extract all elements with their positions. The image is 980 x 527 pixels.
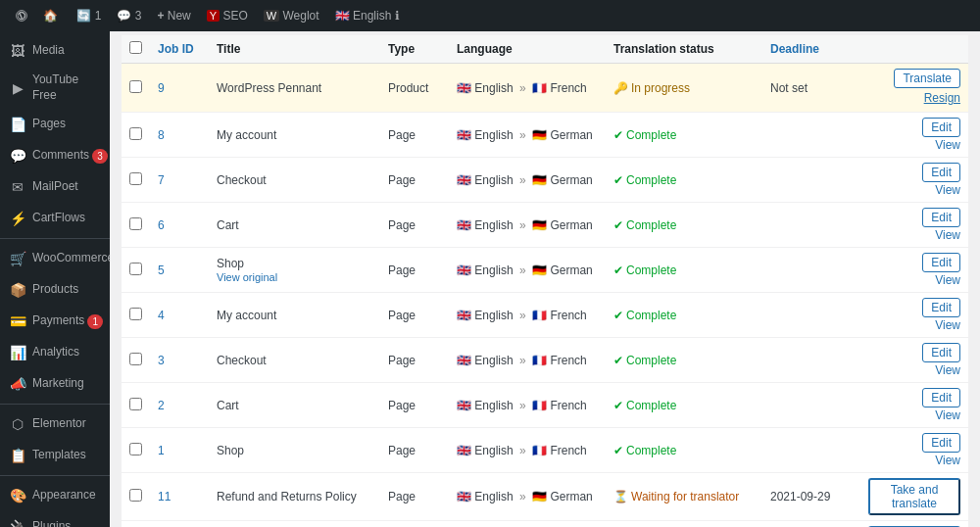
sidebar-item-payments[interactable]: 💳 Payments 1 [0,306,110,337]
adminbar-new[interactable]: + New [149,0,198,31]
sidebar-item-marketing[interactable]: 📣 Marketing [0,368,110,400]
row-checkbox[interactable] [129,308,142,320]
job-id-link[interactable]: 1 [158,444,165,457]
lang-arrow: » [519,173,526,187]
separator-2 [0,404,110,405]
sidebar-item-woocommerce[interactable]: 🛒 WooCommerce [0,243,110,274]
row-checkbox[interactable] [129,353,142,365]
row-checkbox[interactable] [129,172,142,185]
job-title: Cart [217,399,239,412]
edit-button[interactable]: Edit [922,388,960,407]
status-badge: ⏳Waiting for translator [613,490,739,503]
status-icon: ✔ [613,399,623,412]
sidebar-item-products[interactable]: 📦 Products [0,274,110,306]
job-id-link[interactable]: 2 [158,399,165,412]
edit-button[interactable]: Edit [922,163,960,182]
lang-from-flag: 🇬🇧 [457,354,471,367]
comments-icon: 💬 [117,9,131,23]
sidebar-item-elementor[interactable]: ⬡ Elementor [0,408,110,440]
status-badge: ✔Complete [613,354,676,367]
adminbar-weglot[interactable]: W Weglot [256,0,327,31]
status-icon: ✔ [613,218,623,232]
sidebar-item-pages[interactable]: 📄 Pages [0,109,110,140]
edit-button[interactable]: Edit [922,298,960,317]
job-id-link[interactable]: 3 [158,354,165,367]
weglot-icon: W [264,10,279,22]
table-row: 3CheckoutPage🇬🇧 English » 🇫🇷 French✔Comp… [122,338,968,383]
sidebar-item-cartflows[interactable]: ⚡ CartFlows [0,203,110,234]
row-checkbox[interactable] [129,398,142,410]
lang-from: English [474,354,513,367]
sidebar-item-appearance[interactable]: 🎨 Appearance [0,480,110,511]
payments-icon: 💳 [8,311,27,331]
lang-to-flag: 🇩🇪 [532,264,547,277]
sidebar-item-plugins[interactable]: 🔌 Plugins [0,511,110,527]
job-id-link[interactable]: 8 [158,128,165,142]
sidebar-item-comments[interactable]: 💬 Comments 3 [0,140,110,171]
job-type: Page [388,264,416,277]
job-id-link[interactable]: 11 [158,490,171,503]
col-id-header[interactable]: Job ID [150,35,209,64]
job-type: Page [388,490,416,503]
job-id-link[interactable]: 6 [158,218,165,232]
adminbar-yoast[interactable]: Y SEO [199,0,256,31]
pages-icon: 📄 [8,115,27,134]
sidebar-item-analytics[interactable]: 📊 Analytics [0,337,110,368]
job-id-link[interactable]: 9 [158,81,165,95]
main-content: Job ID Title Type Language Translation s… [110,31,980,527]
take-translate-button[interactable]: Take and translate [868,478,960,515]
edit-button[interactable]: Edit [922,208,960,227]
status-icon: ✔ [613,128,623,142]
lang-arrow: » [519,490,526,503]
action-group: Edit View [868,388,960,422]
sidebar-item-templates[interactable]: 📋 Templates [0,440,110,471]
edit-button[interactable]: Edit [922,343,960,362]
lang-to-flag: 🇩🇪 [532,218,547,232]
job-id-link[interactable]: 4 [158,309,165,322]
view-link[interactable]: View [935,363,960,377]
sidebar-item-mailpoet[interactable]: ✉ MailPoet [0,171,110,203]
table-row: 10Refund and Returns PolicyPage🇬🇧 Englis… [122,521,968,528]
edit-button[interactable]: Edit [922,118,960,137]
sidebar: 🖼 Media ▶ YouTube Free 📄 Pages 💬 Comment… [0,31,110,527]
row-checkbox[interactable] [129,217,142,230]
view-original-link[interactable]: View original [217,271,277,283]
col-lang-header: Language [449,35,606,64]
row-checkbox[interactable] [129,263,142,275]
status-badge: ✔Complete [613,128,676,142]
media-icon: 🖼 [8,41,27,61]
view-link[interactable]: View [935,138,960,152]
row-checkbox[interactable] [129,489,142,502]
view-link[interactable]: View [935,228,960,242]
adminbar-comments[interactable]: 💬 3 [109,0,149,31]
view-link[interactable]: View [935,273,960,287]
adminbar-site[interactable]: 🏠 [35,0,69,31]
row-checkbox[interactable] [129,127,142,140]
translate-button[interactable]: Translate [894,69,960,88]
job-id-link[interactable]: 7 [158,173,165,187]
adminbar-english[interactable]: 🇬🇧 English ℹ [327,0,408,31]
view-link[interactable]: View [935,408,960,422]
status-icon: 🔑 [613,81,628,95]
view-link[interactable]: View [935,454,960,467]
view-link[interactable]: View [935,183,960,197]
view-link[interactable]: View [935,318,960,332]
site-icon: 🏠 [43,9,58,23]
col-deadline-header[interactable]: Deadline [762,35,860,64]
job-id-link[interactable]: 5 [158,264,165,277]
job-title: My account [217,309,276,322]
payments-badge: 1 [87,314,103,329]
resign-button[interactable]: Resign [924,89,960,107]
wp-logo[interactable] [8,2,35,29]
plus-icon: + [157,9,164,23]
english-flag-icon: 🇬🇧 [335,9,350,23]
sidebar-item-youtube[interactable]: ▶ YouTube Free [0,67,110,109]
select-all-checkbox[interactable] [129,41,142,54]
edit-button[interactable]: Edit [922,253,960,272]
lang-to-flag: 🇫🇷 [532,354,547,367]
sidebar-item-media[interactable]: 🖼 Media [0,35,110,67]
row-checkbox[interactable] [129,80,142,93]
adminbar-updates[interactable]: 🔄 1 [69,0,109,31]
edit-button[interactable]: Edit [922,433,960,453]
row-checkbox[interactable] [129,443,142,455]
